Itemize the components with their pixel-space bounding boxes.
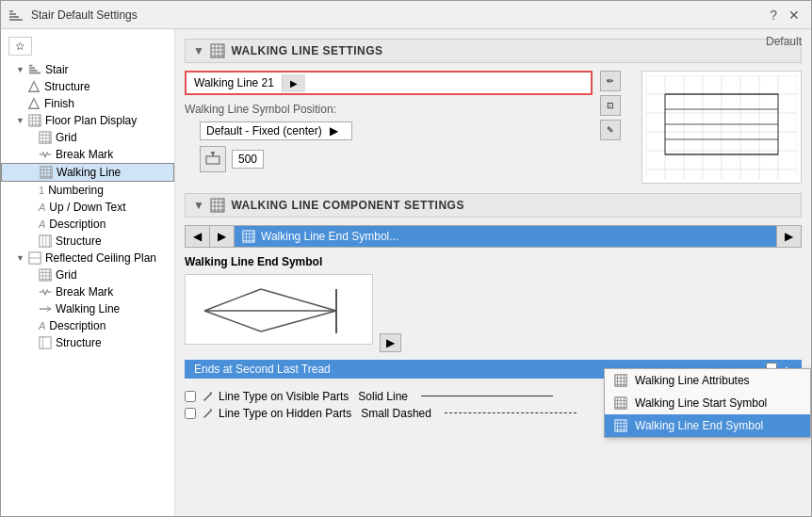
rcp-caret: ▼: [16, 253, 24, 263]
preview-icon-1[interactable]: ✏: [600, 71, 621, 91]
popup-menu: Walking Line Attributes Walking Line Sta…: [604, 368, 811, 438]
default-label: Default: [766, 35, 802, 48]
sidebar-item-structure2[interactable]: Structure: [1, 233, 174, 250]
sidebar-item-walking-line[interactable]: Walking Line: [1, 163, 174, 182]
numbering-icon: 1: [39, 185, 44, 196]
preview-icon-3[interactable]: ✎: [600, 120, 621, 140]
sidebar-item-description[interactable]: A Description: [1, 216, 174, 233]
svg-rect-7: [29, 65, 33, 67]
main-content: ☆ ▼ Stair Structure Finish ▼: [1, 29, 811, 516]
help-button[interactable]: ?: [766, 8, 781, 23]
sidebar-item-grid-label: Grid: [56, 131, 77, 144]
symbol-position-value: Default - Fixed (center): [206, 124, 322, 137]
updown-text-icon: A: [39, 202, 45, 213]
component-nav-bar: ◀ ▶ Walking Line End Symbol...: [185, 225, 802, 248]
rcp-icon: [28, 251, 41, 265]
preview-icon-2[interactable]: ⊡: [600, 95, 621, 116]
grid2-icon: [39, 268, 52, 282]
sidebar-item-numbering-label: Numbering: [48, 184, 104, 197]
line-hidden-checkbox[interactable]: [185, 408, 196, 419]
end-symbol-label: Walking Line End Symbol: [185, 255, 802, 268]
floor-plan-icon: [28, 114, 41, 127]
sidebar-item-grid2[interactable]: Grid: [1, 267, 174, 283]
symbol-position-icon: [204, 151, 221, 168]
popup-wles-label: Walking Line End Symbol: [635, 419, 763, 432]
popup-wles-icon: [614, 419, 627, 432]
end-symbol-svg: [186, 275, 374, 346]
ends-at-label: Ends at Second Last Tread: [194, 363, 331, 376]
wlcs-collapse-arrow[interactable]: ▼: [193, 199, 204, 212]
symbol-position-dropdown[interactable]: Default - Fixed (center) ▶: [200, 121, 352, 140]
component-nav-label: Walking Line End Symbol...: [261, 230, 398, 243]
line-visible-label: Line Type on Visible Parts: [219, 390, 349, 403]
svg-rect-49: [40, 337, 51, 348]
right-panel: Default ▼ WALKING LINE SETTINGS: [175, 29, 811, 516]
description2-icon: A: [39, 320, 45, 331]
structure3-icon: [39, 336, 52, 349]
sidebar-item-finish[interactable]: Finish: [1, 95, 174, 112]
svg-rect-4: [29, 73, 41, 74]
line-hidden-type: Small Dashed: [361, 407, 431, 420]
walking-line-21-arrow[interactable]: ▶: [282, 74, 305, 92]
sidebar-item-rcp-label: Reflected Ceiling Plan: [45, 251, 156, 265]
sidebar-item-numbering[interactable]: 1 Numbering: [1, 182, 174, 199]
popup-item-walking-line-end-symbol[interactable]: Walking Line End Symbol: [605, 414, 810, 437]
stair-icon: [8, 8, 24, 23]
popup-wlss-icon: [614, 396, 627, 410]
sidebar-item-break-mark[interactable]: Break Mark: [1, 146, 174, 163]
wls-collapse-arrow[interactable]: ▼: [193, 44, 204, 57]
line-visible-checkbox[interactable]: [185, 391, 196, 402]
line-visible-preview: [421, 396, 553, 396]
wls-section-icon: [210, 43, 225, 58]
svg-line-99: [261, 311, 336, 331]
sidebar-item-walking-line2[interactable]: Walking Line: [1, 300, 174, 317]
component-nav-label-area: Walking Line End Symbol...: [235, 226, 776, 247]
title-bar: Stair Default Settings ? ✕: [1, 1, 811, 29]
title-bar-controls: ? ✕: [766, 8, 804, 23]
svg-rect-6: [29, 67, 35, 69]
sidebar-item-grid[interactable]: Grid: [1, 129, 174, 146]
end-symbol-expand[interactable]: ▶: [380, 333, 401, 352]
line-hidden-preview: [445, 412, 577, 413]
symbol-icon-button[interactable]: [200, 146, 226, 172]
structure2-icon: [39, 234, 52, 248]
sidebar-item-reflected-ceiling-plan[interactable]: ▼ Reflected Ceiling Plan: [1, 250, 174, 267]
sidebar-item-up-down-text[interactable]: A Up / Down Text: [1, 199, 174, 216]
sidebar-item-floor-plan-label: Floor Plan Display: [45, 114, 137, 127]
wlcs-left: Walking Line End Symbol: [185, 255, 802, 352]
sidebar-item-finish-label: Finish: [44, 97, 74, 110]
grid-icon: [39, 131, 52, 144]
walking-line-21-box[interactable]: Walking Line 21 ▶: [185, 71, 593, 95]
favorite-star-button[interactable]: ☆: [8, 37, 32, 56]
sidebar-item-description2[interactable]: A Description: [1, 317, 174, 334]
popup-wla-label: Walking Line Attributes: [635, 374, 750, 387]
component-nav-next[interactable]: ▶: [210, 226, 235, 247]
stair-tree-icon: [28, 63, 41, 76]
sidebar-item-walking-line-label: Walking Line: [57, 166, 121, 179]
sidebar-item-structure3[interactable]: Structure: [1, 334, 174, 351]
popup-wla-icon: [614, 374, 627, 387]
sidebar-item-grid2-label: Grid: [56, 268, 77, 282]
popup-item-walking-line-attributes[interactable]: Walking Line Attributes: [605, 369, 810, 392]
component-nav-arrow[interactable]: ▶: [776, 226, 801, 247]
component-nav-prev[interactable]: ◀: [186, 226, 210, 247]
svg-rect-3: [9, 10, 13, 12]
walking-line-icon: [40, 166, 53, 179]
popup-item-walking-line-start-symbol[interactable]: Walking Line Start Symbol: [605, 392, 810, 414]
stair-caret: ▼: [16, 65, 24, 74]
sidebar-item-break-mark2-label: Break Mark: [56, 285, 113, 299]
svg-line-97: [204, 289, 261, 311]
walking-line-21-value: Walking Line 21: [187, 73, 282, 93]
wls-preview-svg: [646, 75, 797, 179]
sidebar-item-break-mark2[interactable]: Break Mark: [1, 283, 174, 300]
end-symbol-preview: [185, 274, 373, 345]
close-button[interactable]: ✕: [785, 8, 804, 23]
sidebar: ☆ ▼ Stair Structure Finish ▼: [1, 29, 175, 516]
sidebar-item-floor-plan-display[interactable]: ▼ Floor Plan Display: [1, 112, 174, 129]
sidebar-item-break-mark-label: Break Mark: [56, 148, 113, 161]
sidebar-item-structure[interactable]: Structure: [1, 78, 174, 95]
svg-line-100: [204, 311, 261, 331]
sidebar-item-walking-line2-label: Walking Line: [56, 302, 120, 315]
svg-rect-2: [9, 13, 16, 15]
sidebar-item-stair[interactable]: ▼ Stair: [1, 61, 174, 78]
